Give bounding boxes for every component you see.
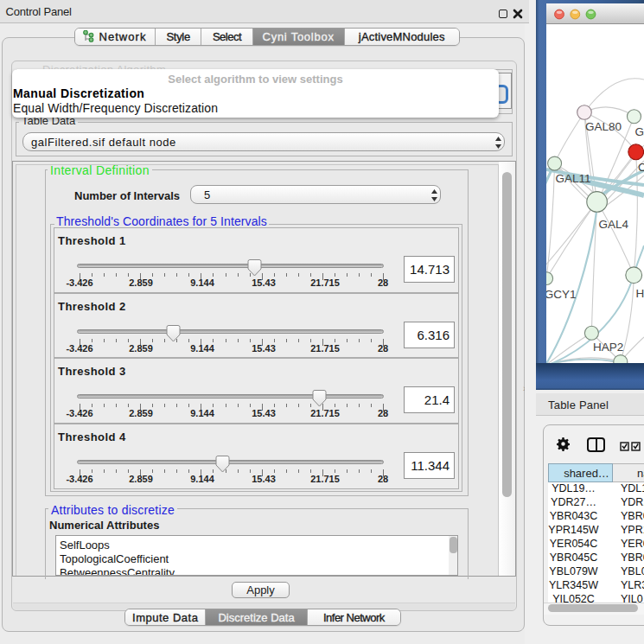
- svg-text:H: H: [636, 287, 644, 300]
- svg-text:GAL80: GAL80: [585, 120, 622, 133]
- svg-text:GCY1: GCY1: [546, 288, 577, 301]
- svg-text:HAP2: HAP2: [593, 341, 623, 354]
- svg-text:GAL11: GAL11: [556, 172, 591, 185]
- svg-text:GAL4: GAL4: [598, 218, 628, 231]
- svg-text:GA: GA: [635, 125, 644, 138]
- svg-text:C: C: [638, 161, 644, 174]
